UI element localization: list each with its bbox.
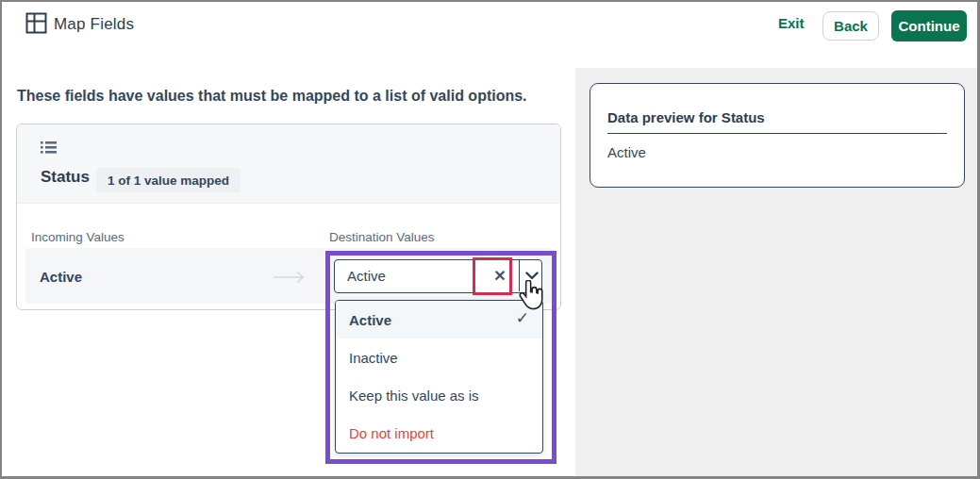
- destination-values-header: Destination Values: [329, 230, 435, 244]
- incoming-value: Active: [40, 269, 82, 285]
- field-card-header: Status 1 of 1 value mapped: [17, 124, 560, 204]
- back-button[interactable]: Back: [822, 11, 879, 41]
- option-inactive[interactable]: Inactive: [336, 339, 542, 376]
- option-active[interactable]: Active ✓: [336, 301, 542, 339]
- clear-selection-icon[interactable]: ✕: [481, 260, 519, 291]
- mapping-arrow-icon: [273, 271, 307, 288]
- option-label: Keep this value as is: [349, 388, 479, 404]
- option-label: Active: [349, 312, 391, 328]
- preview-value: Active: [607, 144, 646, 160]
- combobox-selected-value: Active: [347, 268, 386, 284]
- table-grid-icon: [25, 12, 47, 38]
- data-preview-card: Data preview for Status Active: [590, 83, 965, 188]
- exit-link[interactable]: Exit: [778, 15, 805, 31]
- preview-title: Data preview for Status: [607, 109, 765, 125]
- chevron-down-icon[interactable]: [521, 260, 542, 291]
- incoming-values-header: Incoming Values: [31, 230, 125, 244]
- list-icon: [41, 140, 57, 158]
- mapping-instructions-heading: These fields have values that must be ma…: [17, 88, 527, 105]
- top-bar: Map Fields Exit Back Continue: [2, 2, 977, 68]
- combobox-divider: [519, 260, 520, 291]
- option-label: Do not import: [349, 425, 434, 441]
- continue-button[interactable]: Continue: [891, 10, 967, 41]
- option-keep-value[interactable]: Keep this value as is: [336, 376, 542, 414]
- destination-value-combobox[interactable]: Active ✕: [334, 259, 542, 293]
- option-do-not-import[interactable]: Do not import: [336, 414, 542, 452]
- mapped-count-badge: 1 of 1 value mapped: [96, 168, 241, 192]
- data-preview-panel: Data preview for Status Active: [575, 68, 979, 478]
- option-label: Inactive: [349, 350, 398, 366]
- destination-options-menu: Active ✓ Inactive Keep this value as is …: [335, 300, 543, 454]
- map-fields-page: Map Fields Exit Back Continue These fiel…: [0, 0, 980, 479]
- preview-divider: [607, 133, 947, 134]
- page-title: Map Fields: [54, 15, 134, 34]
- check-icon: ✓: [516, 308, 529, 328]
- field-name: Status: [41, 168, 90, 187]
